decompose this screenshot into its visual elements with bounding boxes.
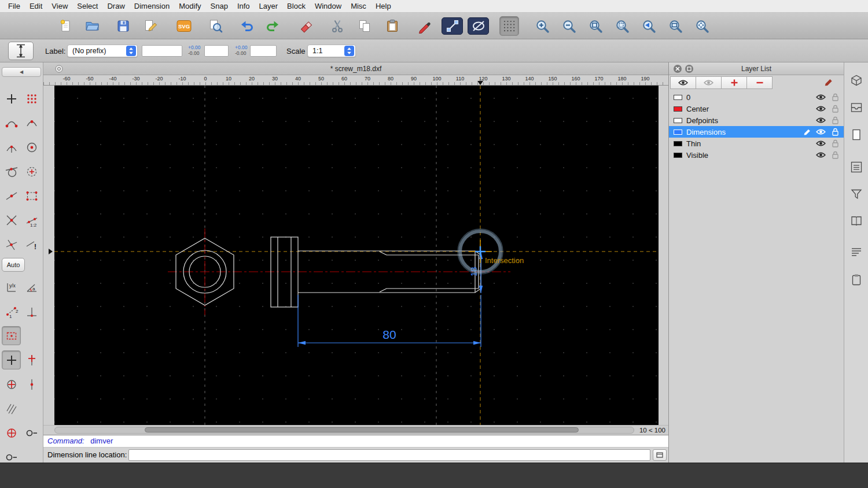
relative-zero-state-icon[interactable] xyxy=(22,423,41,442)
restrict-orthogonal-icon[interactable]: y/x xyxy=(2,278,21,297)
delete-icon[interactable] xyxy=(297,16,317,36)
snap-perpendicular-icon[interactable] xyxy=(2,138,21,157)
lineweight-toggle-icon[interactable] xyxy=(442,17,463,35)
snap-intersection-manual-icon[interactable] xyxy=(2,235,21,254)
layer-visibility-icon[interactable] xyxy=(816,151,826,158)
open-file-icon[interactable] xyxy=(82,16,102,36)
snap-offset-icon[interactable] xyxy=(22,375,41,394)
layer-row-center[interactable]: Center xyxy=(669,103,844,114)
menu-file[interactable]: File xyxy=(8,2,20,10)
label-text-input[interactable] xyxy=(142,45,182,57)
reference-browser-dock-icon[interactable] xyxy=(848,212,865,230)
menu-block[interactable]: Block xyxy=(287,2,306,10)
menu-modify[interactable]: Modify xyxy=(179,2,201,10)
previous-view-icon[interactable] xyxy=(639,16,659,36)
scale-select[interactable]: 1:1 xyxy=(307,45,356,57)
block-list-dock-icon[interactable] xyxy=(848,126,865,143)
snap-intersection-icon[interactable] xyxy=(2,210,21,230)
detach-panel-icon[interactable] xyxy=(685,65,693,73)
menu-select[interactable]: Select xyxy=(77,2,98,10)
selection-filter-dock-icon[interactable] xyxy=(848,186,865,203)
snap-coordinate-icon[interactable]: ! xyxy=(22,235,41,254)
snap-distance-icon[interactable]: 1:2 xyxy=(22,210,41,230)
layer-row-0[interactable]: 0 xyxy=(669,91,844,103)
menu-info[interactable]: Info xyxy=(237,2,250,10)
snap-entity-ends-icon[interactable] xyxy=(22,186,41,205)
tolerance-1-input[interactable] xyxy=(204,45,229,57)
layer-lock-icon[interactable] xyxy=(832,116,839,124)
menu-dimension[interactable]: Dimension xyxy=(134,2,170,10)
snap-center-icon[interactable] xyxy=(22,138,41,157)
layer-row-visible[interactable]: Visible xyxy=(669,149,844,161)
grid-toggle-icon[interactable] xyxy=(499,16,519,36)
layer-visibility-icon[interactable] xyxy=(816,105,826,112)
pan-icon[interactable] xyxy=(692,16,712,36)
snap-auto-red-icon[interactable] xyxy=(2,423,21,442)
layer-list-dock-icon[interactable] xyxy=(848,158,865,176)
layer-lock-icon[interactable] xyxy=(832,139,839,147)
lock-relative-zero-icon[interactable] xyxy=(22,350,41,369)
layer-visibility-icon[interactable] xyxy=(816,94,826,101)
hide-all-layers-button[interactable] xyxy=(696,76,722,89)
copy-icon[interactable] xyxy=(355,16,374,36)
menu-draw[interactable]: Draw xyxy=(107,2,124,10)
remove-layer-button[interactable] xyxy=(746,76,773,89)
paste-icon[interactable] xyxy=(382,16,402,36)
snap-free-icon[interactable] xyxy=(2,89,21,108)
linetype-toggle-icon[interactable] xyxy=(468,17,489,35)
zoom-out-icon[interactable] xyxy=(559,16,579,36)
current-tool-vertical-dimension-button[interactable] xyxy=(8,42,34,60)
zoom-selection-icon[interactable] xyxy=(612,16,632,36)
window-zoom-icon[interactable] xyxy=(665,16,685,36)
auto-zoom-icon[interactable] xyxy=(586,16,605,36)
layer-lock-icon[interactable] xyxy=(832,93,839,101)
drawing-preferences-icon[interactable] xyxy=(141,16,160,36)
new-file-icon[interactable] xyxy=(56,16,75,36)
label-prefix-select[interactable]: (No prefix) xyxy=(67,45,138,57)
restrict-vertical-icon[interactable] xyxy=(22,302,41,321)
library-browser-dock-icon[interactable] xyxy=(848,99,865,116)
layer-visibility-icon[interactable] xyxy=(816,128,826,135)
snap-auto-button[interactable]: Auto xyxy=(2,258,25,272)
menu-snap[interactable]: Snap xyxy=(211,2,228,10)
snap-on-entity-icon[interactable] xyxy=(22,113,41,132)
relative-zero-icon[interactable] xyxy=(2,350,21,369)
scrollbar-thumb[interactable] xyxy=(145,427,579,432)
snap-endpoints-icon[interactable] xyxy=(2,113,21,132)
snap-exclusion-icon[interactable] xyxy=(2,326,21,345)
collapse-panel-button[interactable]: ◀ xyxy=(2,67,41,77)
undo-icon[interactable] xyxy=(237,16,256,36)
command-options-button[interactable] xyxy=(653,449,667,461)
menu-edit[interactable]: Edit xyxy=(30,2,42,10)
layer-lock-icon[interactable] xyxy=(832,105,839,113)
close-panel-icon[interactable] xyxy=(674,65,682,73)
hatch-icon[interactable] xyxy=(2,399,21,418)
layer-lock-icon[interactable] xyxy=(832,151,839,159)
restrict-horizontal-icon[interactable]: 12 xyxy=(2,302,21,321)
snap-reference-icon[interactable] xyxy=(22,162,41,181)
zoom-in-icon[interactable] xyxy=(532,16,552,36)
add-layer-button[interactable] xyxy=(721,76,747,89)
snap-tangent-icon[interactable] xyxy=(2,162,21,181)
snap-middle-icon[interactable] xyxy=(2,186,21,205)
layer-row-dimensions[interactable]: Dimensions xyxy=(669,126,844,138)
command-input[interactable] xyxy=(128,449,650,461)
command-history-dock-icon[interactable] xyxy=(848,243,865,261)
relative-zero-display-icon[interactable] xyxy=(2,448,21,463)
redo-icon[interactable] xyxy=(263,16,283,36)
snap-grid-icon[interactable] xyxy=(22,89,41,108)
show-all-layers-button[interactable] xyxy=(670,76,696,89)
tolerance-2-input[interactable] xyxy=(250,45,277,57)
print-preview-icon[interactable] xyxy=(205,16,225,36)
menu-help[interactable]: Help xyxy=(376,2,391,10)
draft-pen-icon[interactable] xyxy=(414,16,434,36)
drawing-area[interactable]: 80 18 Intersection xyxy=(54,86,659,425)
cut-icon[interactable] xyxy=(328,16,347,36)
document-icon[interactable] xyxy=(55,65,63,75)
layer-row-thin[interactable]: Thin xyxy=(669,138,844,149)
menu-layer[interactable]: Layer xyxy=(259,2,278,10)
save-file-icon[interactable] xyxy=(113,16,133,36)
layer-edit-icon[interactable] xyxy=(803,128,811,136)
menu-window[interactable]: Window xyxy=(315,2,341,10)
layer-visibility-icon[interactable] xyxy=(816,117,826,124)
